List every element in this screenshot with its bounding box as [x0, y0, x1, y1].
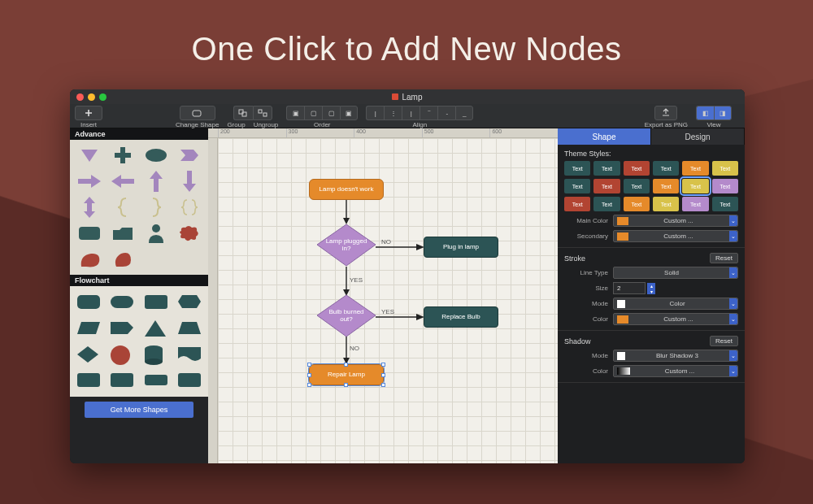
get-more-shapes-button[interactable]: Get More Shapes: [85, 402, 193, 418]
shadow-mode-dropdown[interactable]: Blur Shadow 3⌄: [613, 350, 738, 362]
stroke-size-field[interactable]: 2: [613, 282, 646, 294]
fc-rect[interactable]: [144, 293, 168, 312]
shape-leaf[interactable]: [77, 249, 102, 270]
node-decision-bulb[interactable]: Bulb burned out?: [315, 293, 377, 338]
theme-swatch-11[interactable]: Text: [712, 179, 738, 193]
secondary-color-dropdown[interactable]: Custom ...⌄: [613, 230, 738, 242]
shape-arrow-down[interactable]: [177, 171, 202, 192]
shape-arrow-left[interactable]: [111, 171, 135, 192]
shadow-color-dropdown[interactable]: Custom ...⌄: [613, 365, 738, 377]
align-right-button[interactable]: |: [402, 106, 420, 120]
fc-triangle[interactable]: [144, 319, 168, 338]
shape-arrow-updown[interactable]: [77, 197, 102, 218]
order-front-button[interactable]: ▣: [286, 106, 304, 120]
theme-swatch-2[interactable]: Text: [624, 161, 650, 176]
resize-handle-s[interactable]: [344, 383, 348, 387]
fc-rect4[interactable]: [144, 371, 168, 390]
tab-design[interactable]: Design: [651, 128, 745, 145]
resize-handle-ne[interactable]: [381, 363, 385, 367]
stroke-size-stepper[interactable]: 2 ▴▾: [613, 282, 655, 294]
order-back-button[interactable]: ▣: [340, 106, 358, 120]
shape-burst[interactable]: [177, 223, 202, 244]
theme-swatch-7[interactable]: Text: [593, 179, 620, 193]
category-flowchart[interactable]: Flowchart: [70, 275, 208, 286]
fc-circle[interactable]: [110, 345, 134, 364]
resize-handle-nw[interactable]: [307, 363, 311, 367]
shape-plus[interactable]: [111, 145, 135, 166]
resize-handle-w[interactable]: [307, 373, 311, 377]
shape-roundrect[interactable]: [77, 223, 102, 244]
shape-person[interactable]: [144, 223, 168, 244]
line-type-dropdown[interactable]: Solid⌄: [613, 267, 738, 279]
shape-drop[interactable]: [111, 249, 135, 270]
shape-arrow-up[interactable]: [144, 171, 168, 192]
stroke-reset-button[interactable]: Reset: [710, 253, 738, 263]
align-top-button[interactable]: ‾: [420, 106, 437, 120]
ungroup-button[interactable]: [253, 106, 272, 120]
theme-swatch-10[interactable]: Text: [682, 179, 708, 193]
fc-diamond[interactable]: [76, 345, 101, 364]
align-left-button[interactable]: |: [366, 106, 384, 120]
tab-shape[interactable]: Shape: [558, 128, 651, 145]
order-backward-button[interactable]: ▢: [322, 106, 340, 120]
shape-triangle-down[interactable]: [77, 145, 102, 166]
fc-doc[interactable]: [177, 345, 202, 364]
shape-chevron[interactable]: [177, 145, 202, 166]
theme-swatch-0[interactable]: Text: [564, 161, 590, 176]
category-advance[interactable]: Advance: [70, 128, 208, 140]
theme-swatch-16[interactable]: Text: [682, 197, 708, 211]
shape-folder[interactable]: [111, 223, 135, 244]
resize-handle-n[interactable]: [344, 363, 348, 367]
step-down-icon[interactable]: ▾: [647, 289, 655, 294]
theme-swatch-8[interactable]: Text: [624, 179, 650, 193]
main-color-dropdown[interactable]: Custom ...⌄: [613, 215, 738, 227]
fc-hex[interactable]: [177, 293, 202, 312]
fc-cylinder[interactable]: [144, 345, 168, 364]
align-bottom-button[interactable]: _: [455, 106, 473, 120]
node-start[interactable]: Lamp doesn't work: [309, 179, 384, 200]
order-forward-button[interactable]: ▢: [304, 106, 322, 120]
change-shape-button[interactable]: [180, 106, 215, 120]
theme-swatch-4[interactable]: Text: [682, 161, 708, 176]
shadow-reset-button[interactable]: Reset: [710, 336, 738, 346]
stroke-color-dropdown[interactable]: Custom ...⌄: [613, 313, 738, 325]
node-plug-in[interactable]: Plug in lamp: [424, 237, 498, 258]
theme-swatch-17[interactable]: Text: [712, 197, 738, 211]
step-up-icon[interactable]: ▴: [647, 283, 655, 289]
theme-swatch-14[interactable]: Text: [624, 197, 650, 211]
theme-swatch-5[interactable]: Text: [712, 161, 738, 176]
insert-button[interactable]: [75, 106, 102, 120]
resize-handle-e[interactable]: [381, 373, 385, 377]
export-button[interactable]: [654, 106, 677, 120]
shape-brace-right[interactable]: [144, 197, 168, 218]
theme-swatch-9[interactable]: Text: [653, 179, 679, 193]
shape-arrow-right[interactable]: [77, 171, 102, 192]
fc-rect5[interactable]: [177, 371, 202, 390]
node-replace-bulb[interactable]: Replace Bulb: [424, 306, 498, 328]
theme-swatch-3[interactable]: Text: [653, 161, 679, 176]
theme-swatch-15[interactable]: Text: [653, 197, 679, 211]
theme-swatch-13[interactable]: Text: [593, 197, 620, 211]
view-right-toggle[interactable]: ◨: [714, 106, 732, 120]
fc-tag[interactable]: [110, 319, 134, 338]
align-middle-button[interactable]: -: [437, 106, 455, 120]
fc-para[interactable]: [76, 319, 101, 338]
theme-swatch-1[interactable]: Text: [593, 161, 620, 176]
align-center-button[interactable]: ⋮: [384, 106, 402, 120]
canvas[interactable]: 200300400500600 NO YES YES NO Lamp doesn…: [208, 128, 558, 463]
fc-rect3[interactable]: [110, 371, 134, 390]
theme-swatch-12[interactable]: Text: [564, 197, 590, 211]
shape-ellipse[interactable]: [144, 145, 168, 166]
resize-handle-se[interactable]: [381, 383, 385, 387]
theme-swatch-6[interactable]: Text: [564, 179, 590, 193]
stroke-mode-dropdown[interactable]: Color⌄: [613, 298, 738, 310]
shape-brace-left[interactable]: [111, 197, 135, 218]
resize-handle-sw[interactable]: [307, 383, 311, 387]
fc-rect2[interactable]: [76, 371, 101, 390]
group-button[interactable]: [233, 106, 253, 120]
fc-trap[interactable]: [177, 319, 202, 338]
view-left-toggle[interactable]: ◧: [696, 106, 714, 120]
shape-braces[interactable]: [177, 197, 202, 218]
node-decision-plugged[interactable]: Lamp plugged in?: [315, 223, 377, 267]
fc-roundrect[interactable]: [76, 293, 101, 312]
